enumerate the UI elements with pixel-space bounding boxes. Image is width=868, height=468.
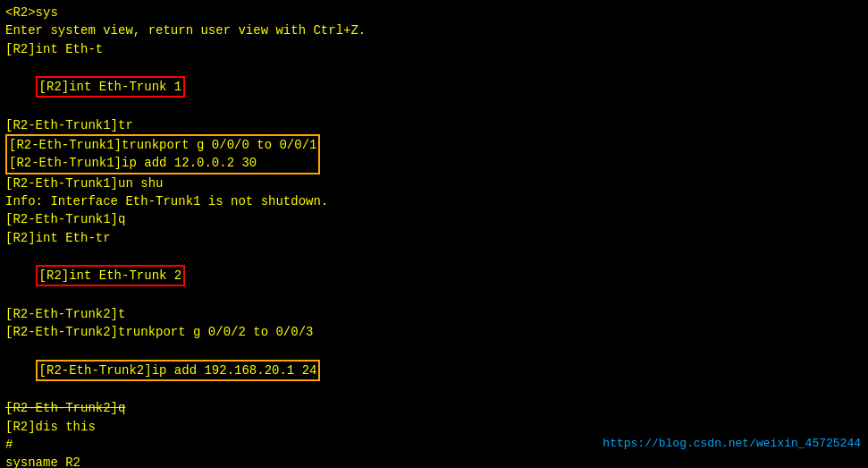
terminal: <R2>sys Enter system view, return user v… xyxy=(0,0,868,468)
url-label: https://blog.csdn.net/weixin_45725244 xyxy=(603,437,861,450)
yellow-box-group-1: [R2-Eth-Trunk1]trunkport g 0/0/0 to 0/0/… xyxy=(5,134,320,174)
line-15: [R2-Eth-Trunk2]ip add 192.168.20.1 24 xyxy=(5,341,863,399)
line-16: [R2-Eth-Trunk2]q xyxy=(5,399,863,417)
line-9: Info: Interface Eth-Trunk1 is not shutdo… xyxy=(5,192,863,210)
line-2: Enter system view, return user view with… xyxy=(5,21,863,39)
line-17: [R2]dis this xyxy=(5,418,863,436)
line-19: sysname R2 xyxy=(5,454,863,468)
line-12: [R2]int Eth-Trunk 2 xyxy=(5,247,863,305)
highlight-red-1: [R2]int Eth-Trunk 1 xyxy=(36,76,186,98)
line-4: [R2]int Eth-Trunk 1 xyxy=(5,58,863,116)
line-14: [R2-Eth-Trunk2]trunkport g 0/0/2 to 0/0/… xyxy=(5,323,863,341)
highlight-yellow-single: [R2-Eth-Trunk2]ip add 192.168.20.1 24 xyxy=(36,360,321,381)
line-1: <R2>sys xyxy=(5,4,863,21)
line-3: [R2]int Eth-t xyxy=(5,40,863,58)
line-7: [R2-Eth-Trunk1]ip add 12.0.0.2 30 xyxy=(9,154,316,172)
line-11: [R2]int Eth-tr xyxy=(5,229,863,247)
line-6: [R2-Eth-Trunk1]trunkport g 0/0/0 to 0/0/… xyxy=(9,136,316,154)
highlight-red-2: [R2]int Eth-Trunk 2 xyxy=(36,265,186,286)
line-8: [R2-Eth-Trunk1]un shu xyxy=(5,174,863,192)
line-10: [R2-Eth-Trunk1]q xyxy=(5,210,863,228)
line-13: [R2-Eth-Trunk2]t xyxy=(5,305,863,323)
line-5: [R2-Eth-Trunk1]tr xyxy=(5,116,863,134)
